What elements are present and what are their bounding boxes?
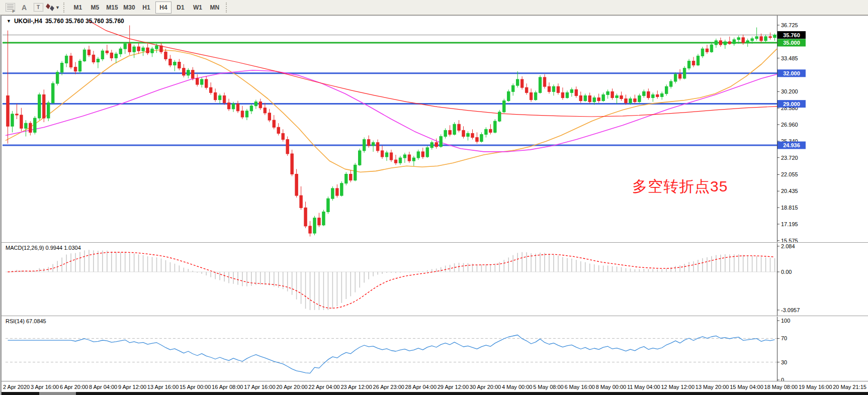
timeframe-button-mn[interactable]: MN [207, 2, 223, 14]
price-chart-canvas[interactable]: 36.72535.10533.48531.86530.20028.58026.9… [2, 16, 868, 242]
candle-body [403, 155, 406, 158]
macd-indicator-panel[interactable]: 2.0840.00-3.0957 MACD(12,26,9) 0.9944 1.… [2, 243, 868, 316]
price-tick-label: 33.485 [781, 55, 798, 61]
candle-body [110, 53, 113, 58]
timeframe-button-h1[interactable]: H1 [138, 2, 154, 14]
chart-annotation-text: 多空转折点35 [632, 176, 728, 197]
arrows-tool-button[interactable]: ▼ [46, 2, 60, 14]
text-tool-button[interactable]: T [32, 2, 45, 14]
candle-body [485, 129, 487, 134]
candle-body [205, 79, 207, 87]
candle-body [313, 218, 316, 233]
price-tick-label: 36.725 [781, 22, 798, 28]
text-label-tool-button[interactable]: A [18, 2, 31, 14]
candle-body [471, 133, 474, 137]
candle-body [430, 143, 433, 148]
candle-body [304, 208, 307, 226]
timeframe-button-m15[interactable]: M15 [104, 2, 120, 14]
candle-body [480, 134, 483, 141]
timeframe-button-m5[interactable]: M5 [87, 2, 103, 14]
candle-body [773, 35, 776, 38]
candle-body [669, 81, 672, 86]
candle-body [390, 153, 392, 160]
candle-body [421, 152, 424, 157]
candle-body [51, 83, 54, 103]
candle-body [760, 37, 762, 41]
candle-body [282, 133, 284, 139]
candle-body [160, 46, 162, 52]
candle-body [498, 112, 501, 121]
candle-body [557, 86, 559, 92]
macd-canvas[interactable]: 2.0840.00-3.0957 [2, 243, 868, 316]
candle-body [706, 49, 708, 52]
candle-body [516, 79, 518, 85]
candle-body [764, 37, 767, 41]
x-axis-label: 18 May 08:00 [764, 384, 798, 390]
candle-body [746, 41, 749, 43]
candle-body [381, 151, 383, 157]
candle-body [350, 174, 352, 180]
candle-body [742, 38, 744, 43]
fibonacci-tool-button[interactable]: F [4, 2, 17, 14]
macd-label: MACD(12,26,9) 0.9944 1.0304 [6, 245, 81, 251]
chart-symbol-label: UKOil-,H4 [14, 18, 42, 25]
timeframe-button-m30[interactable]: M30 [121, 2, 137, 14]
candle-body [214, 92, 216, 100]
timeframe-button-m1[interactable]: M1 [70, 2, 86, 14]
price-badge-label: 35.000 [783, 40, 800, 46]
symbol-dropdown-icon[interactable]: ▼ [7, 19, 11, 24]
candle-body [715, 41, 717, 45]
x-axis-label: 8 Apr 04:00 [89, 384, 117, 390]
x-axis-label: 11 May 04:00 [627, 384, 660, 390]
candle-body [647, 91, 650, 97]
candle-body [124, 44, 126, 49]
candle-body [133, 47, 135, 52]
timeframe-button-h4[interactable]: H4 [155, 2, 171, 14]
candle-body [620, 95, 623, 98]
candle-body [187, 70, 190, 75]
candle-body [232, 104, 234, 109]
timeframe-button-d1[interactable]: D1 [172, 2, 189, 14]
bottom-window-edge [2, 392, 868, 395]
time-axis[interactable]: 2 Apr 20203 Apr 16:006 Apr 20:008 Apr 04… [2, 381, 868, 392]
candle-body [223, 95, 225, 103]
candle-body [579, 95, 582, 101]
candle-body [78, 61, 81, 71]
candle-body [340, 183, 343, 195]
candle-body [697, 56, 699, 65]
candle-body [201, 79, 203, 84]
x-axis-label: 6 Apr 20:00 [60, 384, 88, 390]
candle-body [92, 55, 95, 62]
x-axis-label: 28 Apr 04:00 [405, 384, 437, 390]
timeframe-button-w1[interactable]: W1 [190, 2, 206, 14]
rsi-indicator-panel[interactable]: 10070300 RSI(14) 67.0845 [2, 317, 868, 381]
candle-body [449, 130, 451, 134]
arrows-dropdown-caret-icon[interactable]: ▼ [55, 5, 60, 10]
price-badge-label: 35.760 [783, 32, 800, 38]
candle-body [751, 39, 753, 41]
price-badge-label: 24.936 [783, 142, 800, 148]
candle-body [769, 37, 771, 38]
candle-body [435, 143, 438, 147]
rsi-axis-label: 30 [781, 359, 787, 365]
candle-body [236, 104, 239, 111]
candle-body [412, 158, 415, 161]
candle-body [56, 72, 58, 83]
candle-body [34, 118, 36, 132]
candle-body [458, 124, 460, 130]
price-tick-label: 20.435 [781, 188, 798, 194]
candle-body [692, 61, 695, 65]
candle-body [724, 42, 726, 45]
chart-workspace: 36.72535.10533.48531.86530.20028.58026.9… [0, 15, 868, 395]
rsi-canvas[interactable]: 10070300 [2, 317, 868, 381]
candle-body [543, 77, 546, 86]
candle-body [309, 226, 311, 233]
candle-body [467, 133, 469, 136]
x-axis-label: 13 Apr 16:00 [147, 384, 179, 390]
candle-body [728, 42, 731, 44]
x-axis-label: 6 May 16:00 [564, 384, 595, 390]
text-tool-icon: T [34, 3, 43, 12]
price-chart-panel[interactable]: 36.72535.10533.48531.86530.20028.58026.9… [2, 15, 868, 242]
candle-body [687, 61, 690, 68]
candle-body [359, 151, 361, 165]
